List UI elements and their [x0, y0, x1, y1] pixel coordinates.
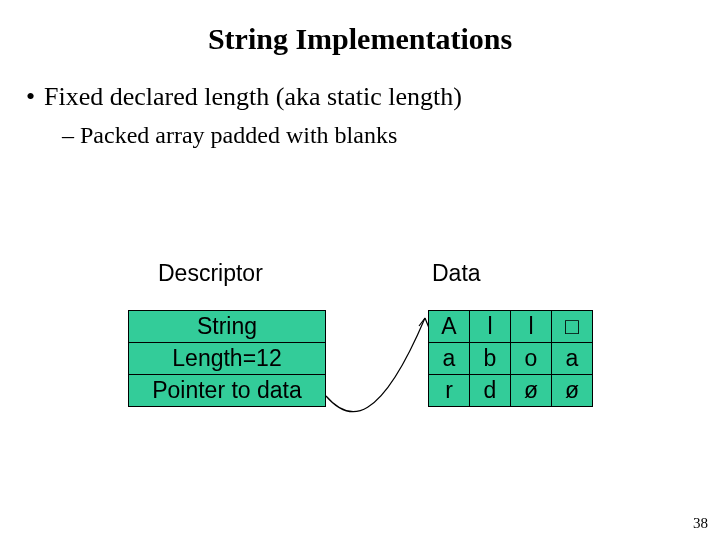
- table-row: a b o a: [429, 343, 593, 375]
- data-label: Data: [432, 260, 481, 287]
- descriptor-cell-type: String: [129, 311, 326, 343]
- page-number: 38: [693, 515, 708, 532]
- data-cell: d: [470, 375, 511, 407]
- data-cell: ø: [552, 375, 593, 407]
- pointer-arrow-icon: [320, 306, 432, 426]
- data-cell: b: [470, 343, 511, 375]
- data-cell: a: [429, 343, 470, 375]
- data-cell: r: [429, 375, 470, 407]
- descriptor-table: String Length=12 Pointer to data: [128, 310, 326, 407]
- data-grid: A l l □ a b o a r d ø ø: [428, 310, 593, 407]
- data-cell: A: [429, 311, 470, 343]
- bullet-1-text: Fixed declared length (aka static length…: [44, 82, 462, 111]
- descriptor-cell-pointer: Pointer to data: [129, 375, 326, 407]
- data-cell: l: [511, 311, 552, 343]
- table-row: Pointer to data: [129, 375, 326, 407]
- data-cell: □: [552, 311, 593, 343]
- table-row: String: [129, 311, 326, 343]
- data-cell: ø: [511, 375, 552, 407]
- bullet-dot-icon: •: [26, 82, 44, 112]
- data-cell: a: [552, 343, 593, 375]
- descriptor-cell-length: Length=12: [129, 343, 326, 375]
- descriptor-label: Descriptor: [158, 260, 263, 287]
- bullet-level-1: •Fixed declared length (aka static lengt…: [26, 82, 462, 112]
- table-row: Length=12: [129, 343, 326, 375]
- data-cell: l: [470, 311, 511, 343]
- bullet-level-2: –Packed array padded with blanks: [62, 122, 397, 149]
- bullet-2-text: Packed array padded with blanks: [80, 122, 397, 148]
- data-cell: o: [511, 343, 552, 375]
- page-title: String Implementations: [0, 22, 720, 56]
- table-row: r d ø ø: [429, 375, 593, 407]
- table-row: A l l □: [429, 311, 593, 343]
- slide: String Implementations •Fixed declared l…: [0, 0, 720, 540]
- bullet-dash-icon: –: [62, 122, 80, 149]
